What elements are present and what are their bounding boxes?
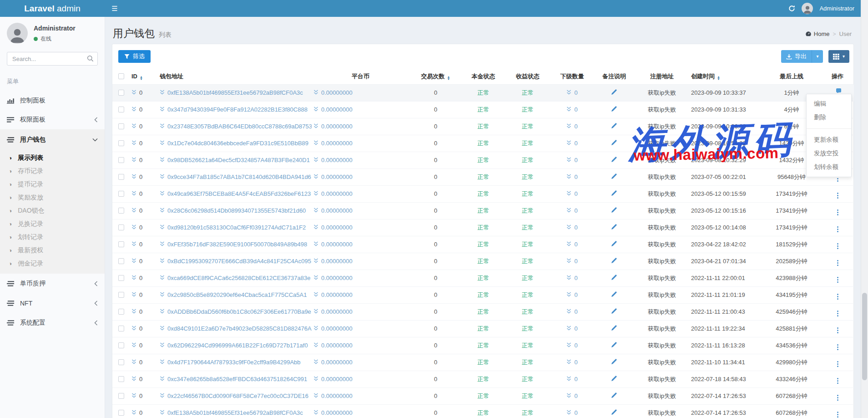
expand-chevron-icon[interactable] xyxy=(160,107,165,112)
expand-chevron-icon[interactable] xyxy=(566,292,571,297)
expand-chevron-icon[interactable] xyxy=(313,309,318,314)
expand-chevron-icon[interactable] xyxy=(160,359,165,365)
expand-chevron-icon[interactable] xyxy=(160,90,165,95)
row-checkbox[interactable] xyxy=(118,376,124,382)
col-header-created[interactable]: 创建时间▲▼ xyxy=(689,69,762,84)
scrollbar-thumb[interactable] xyxy=(862,293,867,380)
expand-chevron-icon[interactable] xyxy=(313,292,318,297)
pencil-icon[interactable] xyxy=(611,240,617,247)
sidebar-subitem[interactable]: ◑ 存币记录 xyxy=(0,164,105,178)
kebab-menu-icon[interactable] xyxy=(835,310,840,317)
avatar[interactable] xyxy=(802,3,813,14)
expand-chevron-icon[interactable] xyxy=(566,191,571,196)
row-checkbox[interactable] xyxy=(118,342,124,348)
expand-chevron-icon[interactable] xyxy=(313,326,318,331)
kebab-menu-icon[interactable] xyxy=(835,394,840,402)
pencil-icon[interactable] xyxy=(611,325,617,331)
row-checkbox[interactable] xyxy=(118,224,124,230)
pencil-icon[interactable] xyxy=(611,257,617,264)
expand-chevron-icon[interactable] xyxy=(131,393,136,398)
expand-chevron-icon[interactable] xyxy=(566,393,571,398)
expand-chevron-icon[interactable] xyxy=(160,191,165,196)
expand-chevron-icon[interactable] xyxy=(131,140,136,146)
expand-chevron-icon[interactable] xyxy=(313,191,318,196)
kebab-menu-icon[interactable] xyxy=(835,242,840,250)
expand-chevron-icon[interactable] xyxy=(160,208,165,213)
row-checkbox[interactable] xyxy=(118,359,124,365)
expand-chevron-icon[interactable] xyxy=(566,326,571,331)
kebab-menu-icon[interactable] xyxy=(835,343,840,351)
action-menu-item[interactable]: 删除 xyxy=(807,111,851,124)
app-logo[interactable]: Laravel admin xyxy=(0,0,105,17)
col-header-tx-count[interactable]: 交易次数▲▼ xyxy=(409,69,462,84)
sidebar-subitem[interactable]: ◑ 提币记录 xyxy=(0,178,105,191)
expand-chevron-icon[interactable] xyxy=(566,224,571,230)
pencil-icon[interactable] xyxy=(611,375,617,382)
expand-chevron-icon[interactable] xyxy=(313,410,318,415)
action-menu-item[interactable]: 编辑 xyxy=(807,97,851,111)
expand-chevron-icon[interactable] xyxy=(160,258,165,264)
expand-chevron-icon[interactable] xyxy=(313,258,318,264)
expand-chevron-icon[interactable] xyxy=(313,90,318,95)
sidebar-subitem[interactable]: ◑ DAO锁仓 xyxy=(0,204,105,217)
expand-chevron-icon[interactable] xyxy=(131,292,136,297)
kebab-menu-icon[interactable] xyxy=(835,192,840,199)
sidebar-subitem[interactable]: ◑ 兑换记录 xyxy=(0,217,105,230)
kebab-menu-icon[interactable] xyxy=(835,293,840,301)
pencil-icon[interactable] xyxy=(611,274,617,280)
expand-chevron-icon[interactable] xyxy=(131,208,136,213)
expand-chevron-icon[interactable] xyxy=(566,140,571,146)
action-menu-item[interactable]: 划转余额 xyxy=(807,160,851,174)
pencil-icon[interactable] xyxy=(611,224,617,230)
expand-chevron-icon[interactable] xyxy=(313,376,318,382)
expand-chevron-icon[interactable] xyxy=(131,174,136,179)
expand-chevron-icon[interactable] xyxy=(566,174,571,179)
pencil-icon[interactable] xyxy=(611,122,617,129)
pencil-icon[interactable] xyxy=(611,139,617,146)
sidebar-subitem[interactable]: ◑ 奖励发放 xyxy=(0,191,105,204)
sort-icon[interactable]: ▲▼ xyxy=(717,76,720,80)
search-icon[interactable] xyxy=(87,55,94,64)
expand-chevron-icon[interactable] xyxy=(566,359,571,365)
row-checkbox[interactable] xyxy=(118,393,124,399)
expand-chevron-icon[interactable] xyxy=(160,174,165,179)
expand-chevron-icon[interactable] xyxy=(160,157,165,163)
expand-chevron-icon[interactable] xyxy=(160,275,165,280)
kebab-menu-icon[interactable] xyxy=(835,225,840,233)
pencil-icon[interactable] xyxy=(611,106,617,112)
vertical-scrollbar[interactable] xyxy=(861,0,868,418)
row-checkbox[interactable] xyxy=(118,275,124,281)
kebab-menu-icon[interactable] xyxy=(835,259,840,267)
col-header-id[interactable]: ID▲▼ xyxy=(130,69,158,84)
expand-chevron-icon[interactable] xyxy=(566,342,571,348)
expand-chevron-icon[interactable] xyxy=(160,326,165,331)
expand-chevron-icon[interactable] xyxy=(313,208,318,213)
expand-chevron-icon[interactable] xyxy=(131,258,136,264)
select-all-checkbox[interactable] xyxy=(118,73,124,79)
row-checkbox[interactable] xyxy=(118,208,124,214)
sidebar-item-user-wallet[interactable]: 用户钱包 xyxy=(0,129,105,150)
kebab-menu-icon[interactable] xyxy=(835,377,840,385)
sidebar-item[interactable]: NFT xyxy=(0,294,105,313)
row-checkbox[interactable] xyxy=(118,174,124,180)
kebab-menu-icon[interactable] xyxy=(835,276,840,284)
sidebar-subitem[interactable]: ◑ 划转记录 xyxy=(0,230,105,244)
sidebar-subitem[interactable]: ◑ 展示列表 xyxy=(0,151,105,164)
expand-chevron-icon[interactable] xyxy=(131,107,136,112)
expand-chevron-icon[interactable] xyxy=(566,90,571,95)
search-input[interactable] xyxy=(7,52,98,66)
sidebar-item[interactable]: 单币质押 xyxy=(0,274,105,294)
sidebar-toggle-button[interactable]: ☰ xyxy=(105,0,125,17)
row-checkbox[interactable] xyxy=(118,157,124,163)
sidebar-item-permissions[interactable]: 权限面板 xyxy=(0,110,105,129)
expand-chevron-icon[interactable] xyxy=(160,376,165,382)
expand-chevron-icon[interactable] xyxy=(131,376,136,382)
row-checkbox[interactable] xyxy=(118,90,124,96)
filter-button[interactable]: 筛选 xyxy=(118,50,151,63)
expand-chevron-icon[interactable] xyxy=(566,410,571,415)
export-button[interactable]: 导出 xyxy=(781,50,812,63)
pencil-icon[interactable] xyxy=(611,173,617,179)
sidebar-subitem[interactable]: ◑ 佣金记录 xyxy=(0,257,105,270)
row-checkbox[interactable] xyxy=(118,292,124,298)
pencil-icon[interactable] xyxy=(611,358,617,365)
